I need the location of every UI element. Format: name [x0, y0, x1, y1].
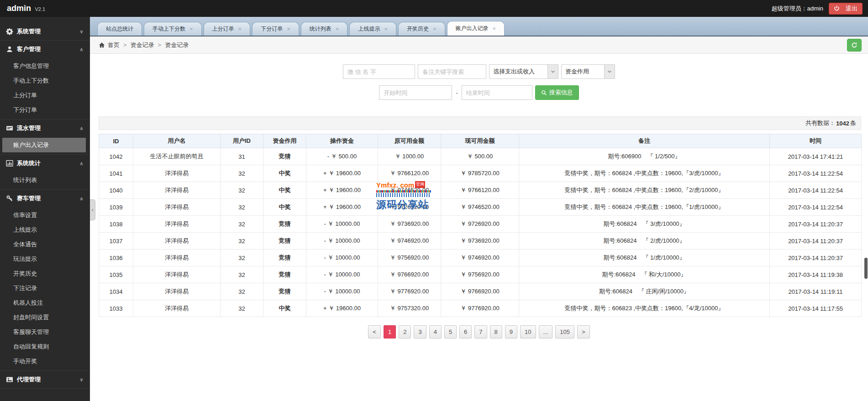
close-icon[interactable]: × — [433, 26, 437, 32]
collapse-sidebar-handle[interactable]: ‹ — [90, 199, 95, 220]
breadcrumb-separator: > — [158, 42, 162, 48]
sidebar-item-统计列表[interactable]: 统计列表 — [0, 173, 90, 187]
sidebar-item-手动上下分数[interactable]: 手动上下分数 — [0, 73, 90, 88]
sidebar-item-全体通告[interactable]: 全体通告 — [0, 237, 90, 252]
sidebar-item-流水管理[interactable]: 流水管理∧ — [0, 120, 90, 137]
page-button-6[interactable]: 6 — [459, 325, 472, 339]
tab-站点总统计[interactable]: 站点总统计 — [97, 22, 142, 36]
row-before-balance: ￥ 1000.00 — [378, 148, 441, 165]
close-icon[interactable]: × — [493, 26, 496, 31]
sidebar-item-label: 赛车管理 — [17, 194, 41, 203]
page-button-5[interactable]: 5 — [444, 325, 457, 339]
prev-page-button[interactable]: < — [368, 325, 381, 339]
row-time: 2017-03-14 11:22:54 — [770, 182, 862, 199]
vertical-scrollbar-thumb[interactable] — [864, 258, 868, 279]
row-action: 竞猜 — [263, 266, 306, 283]
row-time: 2017-03-14 11:19:11 — [770, 283, 862, 300]
sidebar-item-代理管理[interactable]: 代理管理∨ — [0, 371, 90, 388]
sidebar-section: 系统管理∨ — [0, 23, 90, 40]
row-username: 洋洋得易 — [133, 233, 221, 250]
sidebar-item-下注记录[interactable]: 下注记录 — [0, 281, 90, 296]
tab-label: 账户出入记录 — [456, 25, 489, 32]
key-icon — [6, 195, 13, 202]
sidebar-item-系统统计[interactable]: 系统统计∧ — [0, 155, 90, 172]
breadcrumb-separator: > — [123, 42, 127, 48]
close-icon[interactable]: × — [189, 26, 193, 32]
sidebar-item-账户出入记录[interactable]: 账户出入记录 — [2, 138, 86, 152]
sidebar-item-上线提示[interactable]: 上线提示 — [0, 223, 90, 237]
sidebar-item-label: 系统统计 — [17, 159, 41, 167]
sidebar-item-客户信息管理[interactable]: 客户信息管理 — [0, 59, 90, 73]
sidebar-item-手动开奖[interactable]: 手动开奖 — [0, 354, 90, 369]
sidebar-item-客户管理[interactable]: 客户管理∧ — [0, 41, 90, 58]
tab-上分订单[interactable]: 上分订单× — [204, 22, 251, 36]
sidebar-item-客服聊天管理[interactable]: 客服聊天管理 — [0, 325, 90, 339]
page-button-105[interactable]: 105 — [555, 325, 574, 339]
sidebar-item-机器人投注[interactable]: 机器人投注 — [0, 296, 90, 310]
page-button-1[interactable]: 1 — [384, 325, 396, 339]
row-amount: + ￥ 19600.00 — [306, 300, 378, 317]
row-remark: 期号:606900 『 1/2/500』 — [519, 148, 770, 165]
row-after-balance: ￥ 9766920.00 — [441, 283, 519, 300]
row-user-id: 32 — [221, 165, 263, 182]
end-time-input[interactable] — [462, 85, 532, 100]
page-button-7[interactable]: 7 — [474, 325, 487, 339]
close-icon[interactable]: × — [336, 26, 339, 32]
tab-下分订单[interactable]: 下分订单× — [252, 22, 299, 36]
close-icon[interactable]: × — [238, 26, 242, 32]
tab-开奖历史[interactable]: 开奖历史× — [398, 22, 445, 36]
main-content: 站点总统计手动上下分数×上分订单×下分订单×统计列表×上线提示×开奖历史×账户出… — [90, 17, 868, 401]
breadcrumb-item-首页[interactable]: 首页 — [108, 42, 120, 48]
wechat-name-input[interactable] — [343, 64, 415, 79]
row-user-id: 32 — [221, 250, 263, 266]
breadcrumb: 首页>资金记录>资金记录 — [90, 36, 868, 54]
close-icon[interactable]: × — [287, 26, 290, 32]
next-page-button[interactable]: > — [577, 325, 590, 339]
income-expense-select[interactable]: 选择支出或收入 — [489, 64, 558, 79]
page-button-3[interactable]: 3 — [414, 325, 426, 339]
page-button-9[interactable]: 9 — [505, 325, 517, 339]
chevron-down-icon — [547, 65, 558, 78]
row-action: 中奖 — [263, 182, 306, 199]
sidebar-item-倍率设置[interactable]: 倍率设置 — [0, 208, 90, 223]
fund-usage-select[interactable]: 资金作用 — [561, 64, 615, 79]
tab-统计列表[interactable]: 统计列表× — [301, 22, 348, 36]
sidebar-item-自动回复规则[interactable]: 自动回复规则 — [0, 339, 90, 354]
sidebar-item-封盘时间设置[interactable]: 封盘时间设置 — [0, 310, 90, 325]
refresh-button[interactable] — [847, 39, 862, 52]
row-username: 生活不止眼前的苟且 — [133, 148, 221, 165]
close-icon[interactable]: × — [384, 26, 388, 32]
row-user-id: 32 — [221, 216, 263, 233]
sidebar-item-开奖历史[interactable]: 开奖历史 — [0, 266, 90, 281]
page-button-4[interactable]: 4 — [429, 325, 442, 339]
tab-账户出入记录[interactable]: 账户出入记录× — [447, 21, 505, 36]
sidebar-item-玩法提示[interactable]: 玩法提示 — [0, 252, 90, 266]
remark-keyword-input[interactable] — [418, 64, 486, 79]
row-remark: 竞猜中奖，期号：606824 ,中奖点数：19600,『3/虎/10000』 — [519, 165, 770, 182]
search-form-row1: 选择支出或收入 资金作用 — [90, 64, 868, 79]
row-id: 1035 — [99, 266, 133, 283]
sidebar-item-赛车管理[interactable]: 赛车管理∧ — [0, 190, 90, 207]
page-button-10[interactable]: 10 — [520, 325, 536, 339]
table-row: 1036洋洋得易32竞猜- ￥ 10000.00￥ 9756920.00￥ 97… — [99, 250, 862, 266]
sidebar-item-上分订单[interactable]: 上分订单 — [0, 88, 90, 103]
record-count-bar: 共有数据：1042条 — [99, 116, 861, 130]
tab-label: 手动上下分数 — [153, 25, 185, 33]
tab-手动上下分数[interactable]: 手动上下分数× — [144, 22, 202, 36]
row-amount: - ￥ 10000.00 — [306, 250, 378, 266]
sidebar-item-下分订单[interactable]: 下分订单 — [0, 103, 90, 117]
table-row: 1039洋洋得易32中奖+ ￥ 19600.00￥ 9726920.00￥ 97… — [99, 199, 862, 216]
page-button-2[interactable]: 2 — [399, 325, 411, 339]
row-time: 2017-03-14 11:22:54 — [770, 199, 862, 216]
sidebar-item-系统管理[interactable]: 系统管理∨ — [0, 23, 90, 40]
search-button[interactable]: 搜索信息 — [535, 85, 579, 100]
page-button-8[interactable]: 8 — [490, 325, 502, 339]
chart-icon — [6, 160, 13, 167]
row-amount: - ￥ 10000.00 — [306, 216, 378, 233]
logout-button[interactable]: 退出 — [829, 3, 863, 15]
start-time-input[interactable] — [379, 85, 452, 100]
row-username: 洋洋得易 — [133, 165, 221, 182]
breadcrumb-item-资金记录[interactable]: 资金记录 — [131, 42, 154, 48]
row-amount: - ￥ 10000.00 — [306, 233, 378, 250]
tab-上线提示[interactable]: 上线提示× — [349, 22, 396, 36]
